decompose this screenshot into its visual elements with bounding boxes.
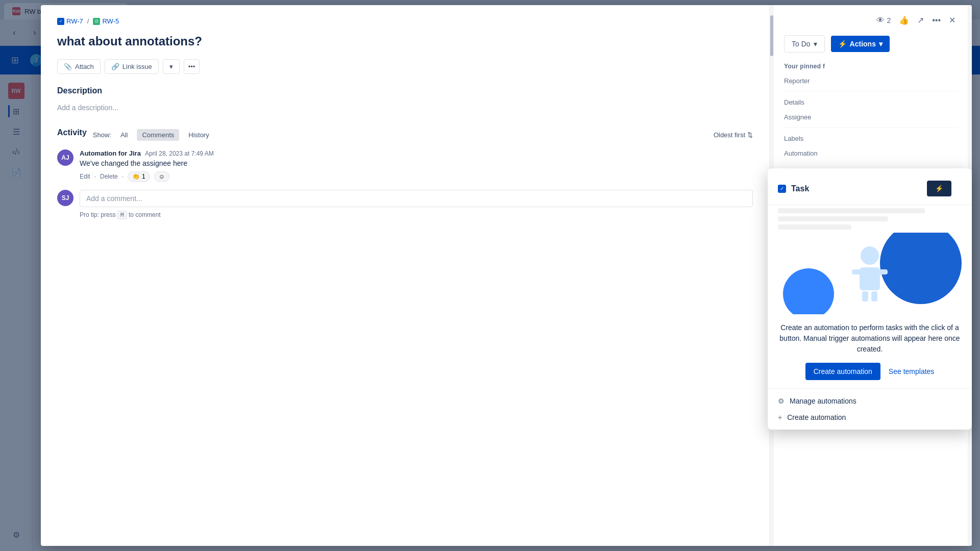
filter-all-button[interactable]: All — [115, 129, 133, 141]
sort-button[interactable]: Oldest first ⇅ — [714, 131, 753, 139]
comment-edit-link[interactable]: Edit — [80, 173, 90, 180]
task-checkbox: ✓ — [778, 185, 786, 193]
task-icon: ✓ — [57, 18, 64, 25]
link-icon: 🔗 — [111, 63, 119, 70]
extra-actions-button[interactable]: ••• — [184, 59, 200, 74]
reaction-emoji: 👏 — [132, 173, 140, 180]
show-label: Show: — [93, 131, 111, 139]
action-separator2: · — [122, 173, 124, 180]
automation-task-label: Task — [791, 184, 809, 193]
reaction-count: 1 — [142, 173, 145, 180]
labels-label: Labels — [784, 134, 840, 142]
story-icon: ⊡ — [93, 18, 100, 25]
automation-dropdown-inner: ✓ Task ⚡ Create — [768, 168, 972, 430]
svg-rect-2 — [852, 269, 862, 274]
create-automation-button[interactable]: Create automation — [805, 363, 880, 380]
automation-description: Create an automation to perform tasks wi… — [768, 314, 972, 363]
svg-rect-1 — [860, 267, 880, 290]
illustration-circle-medium — [783, 268, 834, 314]
automation-run-button[interactable]: ⚡ — [927, 181, 951, 196]
manage-automations-link[interactable]: ⚙ Manage automations — [778, 395, 962, 407]
status-actions-row: To Do ▾ ⚡ Actions ▾ — [784, 35, 958, 53]
manage-icon: ⚙ — [778, 397, 785, 405]
breadcrumb-parent-text: RW-7 — [66, 17, 83, 25]
modal-left-panel: ✓ RW-7 / ⊡ RW-5 what about annotations? … — [41, 5, 770, 546]
current-user-avatar: SJ — [57, 190, 74, 206]
share-icon[interactable]: ↗ — [915, 13, 926, 27]
pro-tip: Pro tip: press M to comment — [80, 211, 753, 218]
automation-label: Automation — [784, 148, 840, 157]
attach-icon: 📎 — [64, 63, 72, 70]
breadcrumb-parent[interactable]: ✓ RW-7 — [57, 17, 83, 25]
link-issue-button[interactable]: 🔗 Link issue — [105, 59, 159, 74]
create-automation-link[interactable]: + Create automation — [778, 411, 962, 423]
assignee-field-row: Assignee — [784, 112, 958, 121]
close-button[interactable]: ✕ — [947, 13, 958, 27]
scroll-thumb — [770, 15, 773, 56]
comment-actions: Edit · Delete · 👏 1 ☺ — [80, 171, 753, 182]
automation-skeleton — [768, 208, 972, 230]
breadcrumb-current[interactable]: ⊡ RW-5 — [93, 17, 119, 25]
assignee-label: Assignee — [784, 112, 840, 121]
comment-author-name: Automation for Jira — [80, 149, 141, 157]
status-button[interactable]: To Do ▾ — [784, 35, 825, 53]
watch-icon[interactable]: 👁 2 — [874, 14, 893, 27]
comment-item: AJ Automation for Jira April 28, 2023 at… — [57, 149, 753, 182]
svg-rect-5 — [871, 291, 877, 302]
svg-rect-4 — [862, 291, 868, 302]
reaction-button[interactable]: 👏 1 — [128, 171, 150, 182]
keyboard-shortcut: M — [117, 211, 127, 219]
automation-figure — [844, 243, 895, 304]
add-reaction-button[interactable]: ☺ — [154, 171, 169, 182]
comment-author-avatar: AJ — [57, 149, 74, 166]
activity-label: Activity — [57, 128, 87, 137]
comment-text: We've changed the assignee here — [80, 159, 753, 167]
labels-field-row: Labels — [784, 134, 958, 142]
filter-comments-button[interactable]: Comments — [137, 129, 179, 141]
automation-cta-row: Create automation See templates — [768, 363, 972, 388]
sort-label: Oldest first — [714, 131, 745, 139]
vote-icon[interactable]: 👍 — [897, 13, 911, 27]
activity-section: Activity Show: All Comments History Olde… — [57, 128, 753, 218]
description-label: Description — [57, 86, 753, 95]
field-divider-1 — [784, 91, 958, 91]
automation-bottom-links: ⚙ Manage automations + Create automation — [768, 388, 972, 430]
comment-header: Automation for Jira April 28, 2023 at 7:… — [80, 149, 753, 157]
description-field[interactable]: Add a description... — [57, 99, 753, 116]
more-options-icon[interactable]: ••• — [930, 14, 943, 27]
activity-show: Show: All Comments History — [93, 129, 214, 141]
details-field-row: Details — [784, 97, 958, 106]
skeleton-line-2 — [778, 216, 888, 221]
details-label: Details — [784, 97, 840, 106]
pinned-section-label: Your pinned f — [784, 63, 958, 70]
issue-actions: 📎 Attach 🔗 Link issue ▾ ••• — [57, 59, 753, 74]
comment-delete-link[interactable]: Delete — [100, 173, 118, 180]
reporter-field-row: Reporter — [784, 76, 958, 85]
automation-dropdown: ✓ Task ⚡ Create — [768, 168, 972, 430]
automation-illustration — [768, 233, 972, 314]
comment-input-field[interactable]: Add a comment... — [80, 190, 753, 207]
attach-button[interactable]: 📎 Attach — [57, 59, 101, 74]
lightning-icon: ⚡ — [935, 185, 943, 192]
automation-task-row: ✓ Task ⚡ — [768, 168, 972, 205]
field-divider-2 — [784, 127, 958, 128]
actions-button[interactable]: ⚡ Actions ▾ — [831, 36, 890, 52]
see-templates-link[interactable]: See templates — [889, 367, 935, 375]
plus-icon: + — [778, 413, 782, 421]
breadcrumb: ✓ RW-7 / ⊡ RW-5 — [57, 17, 753, 25]
activity-header: Activity Show: All Comments History Olde… — [57, 128, 753, 141]
automation-field-row: Automation — [784, 148, 958, 157]
comment-body: Automation for Jira April 28, 2023 at 7:… — [80, 149, 753, 182]
modal-header-actions: 👁 2 👍 ↗ ••• ✕ — [784, 13, 958, 27]
more-actions-button[interactable]: ▾ — [163, 59, 180, 74]
actions-lightning-icon: ⚡ — [838, 40, 847, 48]
breadcrumb-separator: / — [87, 17, 89, 25]
breadcrumb-current-text: RW-5 — [102, 17, 119, 25]
issue-title: what about annotations? — [57, 33, 753, 49]
watchers-count: 2 — [887, 16, 891, 24]
action-separator: · — [94, 173, 96, 180]
comment-timestamp: April 28, 2023 at 7:49 AM — [145, 150, 214, 157]
filter-history-button[interactable]: History — [183, 129, 214, 141]
sort-icon: ⇅ — [747, 131, 753, 139]
reporter-label: Reporter — [784, 76, 840, 85]
